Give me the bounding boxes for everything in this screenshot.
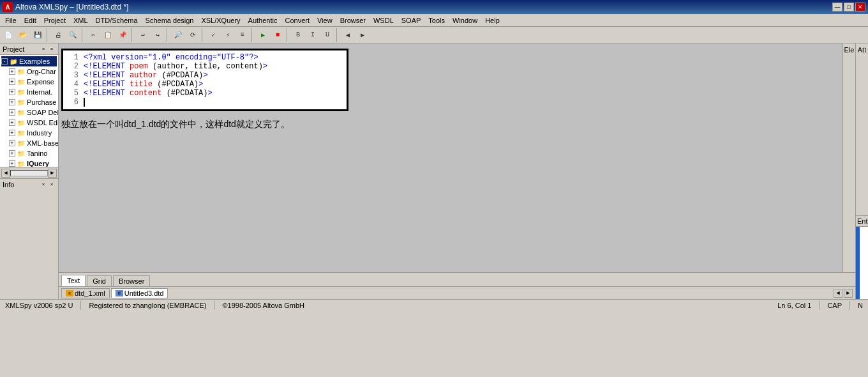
tb-copy[interactable]: 📋 xyxy=(101,28,115,42)
project-tree: - 📁 Examples + 📁 Org-Char + 📁 Expense + … xyxy=(0,55,58,167)
code-line-4: 4 <!ELEMENT title (#PCDATA)> xyxy=(66,80,344,89)
tree-expand-tanino[interactable]: + xyxy=(9,150,15,157)
tree-item-iquery[interactable]: + 📁 IQuery xyxy=(1,158,57,167)
status-caps: CAP xyxy=(825,302,844,309)
tree-item-soapdeb[interactable]: + 📁 SOAP Deb xyxy=(1,107,57,118)
tb-paste[interactable]: 📌 xyxy=(116,28,130,42)
file-tab-untitled3[interactable]: d Untitled3.dtd xyxy=(111,288,168,298)
tb-print[interactable]: 🖨 xyxy=(51,28,65,42)
workspace: Project × × - 📁 Examples + 📁 Org-Char + … xyxy=(0,43,868,299)
tb-find[interactable]: 🔎 xyxy=(171,28,185,42)
scroll-left-btn[interactable]: ◀ xyxy=(1,169,10,178)
menu-edit[interactable]: Edit xyxy=(20,15,40,26)
menu-view[interactable]: View xyxy=(313,15,336,26)
file-tab-dtd1xml[interactable]: x dtd_1.xml xyxy=(61,288,110,298)
menu-convert[interactable]: Convert xyxy=(281,15,313,26)
menu-xml[interactable]: XML xyxy=(70,15,92,26)
menu-authentic[interactable]: Authentic xyxy=(244,15,281,26)
folder-icon-soapdeb: 📁 xyxy=(17,108,26,117)
tree-label-internat: Internat. xyxy=(27,88,52,96)
tb-redo[interactable]: ↪ xyxy=(151,28,165,42)
close-button[interactable]: ✕ xyxy=(855,3,865,12)
tree-label-examples: Examples xyxy=(19,58,50,65)
tree-expand-wsdledi[interactable]: + xyxy=(9,119,15,126)
menu-project[interactable]: Project xyxy=(40,15,70,26)
maximize-button[interactable]: □ xyxy=(844,3,854,12)
info-pin-btn[interactable]: × xyxy=(40,181,47,188)
tree-item-orgchar[interactable]: + 📁 Org-Char xyxy=(1,66,57,77)
menu-wsdl[interactable]: WSDL xyxy=(370,15,398,26)
tree-item-tanino[interactable]: + 📁 Tanino xyxy=(1,148,57,158)
tree-item-xmlbase[interactable]: + 📁 XML-base xyxy=(1,138,57,148)
tb-replace[interactable]: ⟳ xyxy=(186,28,200,42)
tb-b1[interactable]: B xyxy=(291,28,305,42)
tree-expand-industry[interactable]: + xyxy=(9,130,15,136)
menu-window[interactable]: Window xyxy=(449,15,481,26)
tree-expand-iquery[interactable]: + xyxy=(9,160,15,167)
project-label: Project xyxy=(3,45,24,53)
minimize-button[interactable]: — xyxy=(832,3,842,12)
tree-label-wsdledi: WSDL Edi xyxy=(27,119,58,127)
file-tab-nav-right[interactable]: ▶ xyxy=(844,289,853,298)
tab-text[interactable]: Text xyxy=(61,275,86,286)
tree-expand-expense[interactable]: + xyxy=(9,79,15,85)
center-panel: 1 <?xml version="1.0" encoding="UTF-8"?>… xyxy=(59,43,855,299)
menu-dtd[interactable]: DTD/Schema xyxy=(92,15,142,26)
code-editor[interactable]: 1 <?xml version="1.0" encoding="UTF-8"?>… xyxy=(63,50,347,109)
tree-expand-purchase[interactable]: + xyxy=(9,99,15,105)
tree-expand-orgchar[interactable]: + xyxy=(9,68,15,75)
tab-browser[interactable]: Browser xyxy=(113,275,150,286)
tb-check[interactable]: ✓ xyxy=(206,28,220,42)
file-icon-untitled3: d xyxy=(116,290,123,296)
tb-preview[interactable]: 🔍 xyxy=(66,28,80,42)
tree-item-internat[interactable]: + 📁 Internat. xyxy=(1,87,57,97)
folder-icon-examples: 📁 xyxy=(9,57,18,66)
tb-sep5 xyxy=(202,28,204,42)
window-controls[interactable]: — □ ✕ xyxy=(832,3,865,12)
right-att-ent-panel: Att Ent xyxy=(855,43,868,299)
project-pin-button[interactable]: × xyxy=(40,45,47,53)
info-close-btn[interactable]: × xyxy=(48,181,56,188)
menu-browser[interactable]: Browser xyxy=(336,15,370,26)
tree-expand-examples[interactable]: - xyxy=(1,58,8,65)
tb-new[interactable]: 📄 xyxy=(1,28,15,42)
app-icon: A xyxy=(3,2,13,12)
tree-item-industry[interactable]: + 📁 Industry xyxy=(1,128,57,138)
code-block[interactable]: 1 <?xml version="1.0" encoding="UTF-8"?>… xyxy=(61,49,348,111)
menu-xsl[interactable]: XSL/XQuery xyxy=(197,15,244,26)
tb-cut[interactable]: ✂ xyxy=(86,28,100,42)
menu-schema[interactable]: Schema design xyxy=(142,15,198,26)
tree-item-purchase[interactable]: + 📁 Purchase xyxy=(1,97,57,107)
project-scrollbar[interactable]: ◀ ▶ xyxy=(0,167,58,178)
tree-expand-internat[interactable]: + xyxy=(9,89,15,95)
tree-root-examples[interactable]: - 📁 Examples xyxy=(1,56,57,66)
tb-prev[interactable]: ◀ xyxy=(341,28,355,42)
folder-icon-iquery: 📁 xyxy=(17,159,26,167)
project-panel-header: Project × × xyxy=(0,43,58,55)
tb-b2[interactable]: I xyxy=(306,28,320,42)
tb-open[interactable]: 📂 xyxy=(16,28,30,42)
tb-next[interactable]: ▶ xyxy=(355,28,370,42)
menu-help[interactable]: Help xyxy=(481,15,504,26)
menu-file[interactable]: File xyxy=(1,15,20,26)
tb-undo[interactable]: ↩ xyxy=(136,28,150,42)
tree-item-expense[interactable]: + 📁 Expense xyxy=(1,77,57,87)
tree-label-expense: Expense xyxy=(27,78,54,86)
tab-grid[interactable]: Grid xyxy=(87,275,112,286)
tb-format[interactable]: ≡ xyxy=(236,28,250,42)
menu-soap[interactable]: SOAP xyxy=(398,15,425,26)
tb-run[interactable]: ▶ xyxy=(256,28,270,42)
tb-save[interactable]: 💾 xyxy=(31,28,45,42)
tb-b3[interactable]: U xyxy=(320,28,334,42)
status-div1 xyxy=(80,301,81,310)
tb-validate[interactable]: ⚡ xyxy=(221,28,235,42)
file-tab-nav-left[interactable]: ◀ xyxy=(834,289,842,298)
tb-stop[interactable]: ■ xyxy=(271,28,285,42)
tree-expand-soapdeb[interactable]: + xyxy=(9,109,15,116)
status-div2 xyxy=(214,301,214,310)
menu-tools[interactable]: Tools xyxy=(424,15,449,26)
tree-item-wsdledi[interactable]: + 📁 WSDL Edi xyxy=(1,118,57,128)
tree-expand-xmlbase[interactable]: + xyxy=(9,140,15,146)
project-close-button[interactable]: × xyxy=(48,45,56,53)
scroll-right-btn[interactable]: ▶ xyxy=(48,169,57,178)
